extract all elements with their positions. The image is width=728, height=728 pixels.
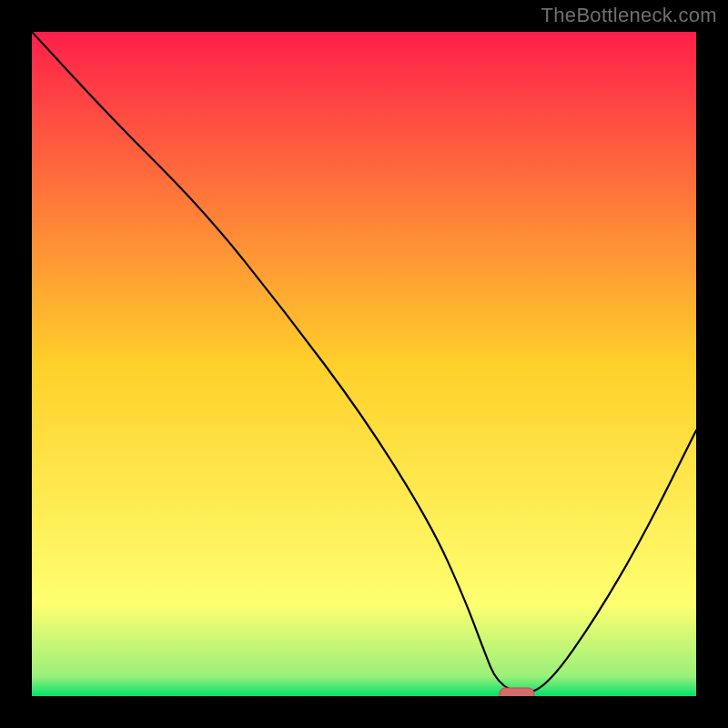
gradient-background — [32, 32, 696, 696]
watermark-text: TheBottleneck.com — [541, 4, 717, 27]
chart-container: TheBottleneck.com — [0, 0, 728, 728]
chart-svg — [32, 32, 696, 696]
plot-area — [32, 32, 696, 696]
optimal-marker — [500, 688, 534, 696]
